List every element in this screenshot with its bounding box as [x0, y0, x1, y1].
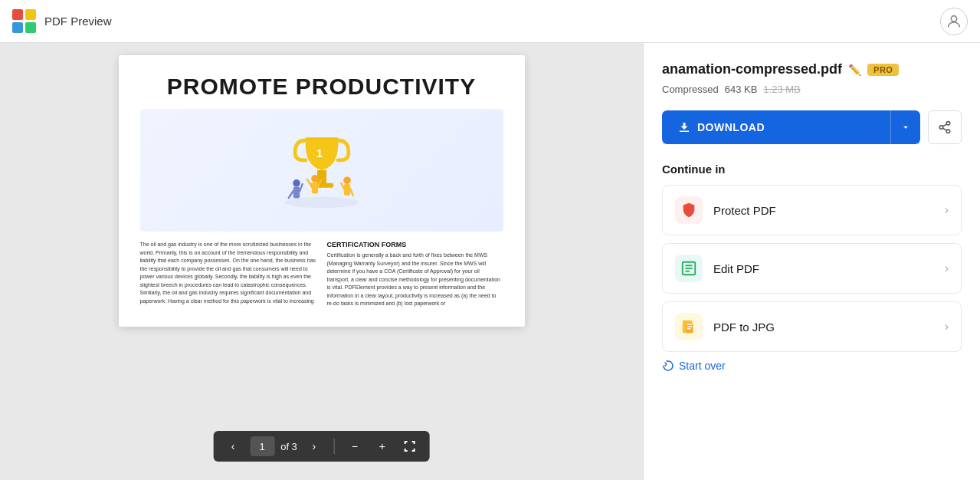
jpg-chevron-icon: › — [945, 320, 949, 334]
svg-line-8 — [288, 191, 293, 198]
header-left: PDF Preview — [12, 9, 112, 34]
header: PDF Preview — [0, 0, 980, 43]
svg-text:★ ★ ★: ★ ★ ★ — [316, 187, 330, 192]
trophy-illustration: ★ ★ ★ 1 — [140, 109, 503, 232]
pdf-body-right: Certification is generally a back and fo… — [327, 252, 503, 308]
pdf-section-title: CERTIFICATION FORMS — [327, 241, 503, 248]
share-button[interactable] — [928, 110, 962, 144]
user-avatar[interactable] — [940, 8, 968, 35]
pdf-viewer-area: PROMOTE PRODUCTIVITY ★ ★ ★ — [0, 43, 643, 480]
download-chevron-button[interactable] — [890, 110, 920, 144]
action-card-edit-left: Edit PDF — [675, 255, 759, 282]
zoom-out-button[interactable]: − — [344, 436, 365, 457]
action-card-edit[interactable]: Edit PDF › — [662, 243, 962, 294]
pdf-col-left: The oil and gas industry is one of the m… — [140, 241, 316, 308]
start-over-icon — [662, 360, 674, 372]
header-title: PDF Preview — [44, 15, 112, 28]
svg-rect-2 — [317, 170, 326, 184]
svg-text:1: 1 — [316, 147, 322, 159]
svg-point-6 — [293, 179, 300, 187]
chevron-down-icon — [900, 122, 911, 133]
edit-pdf-label: Edit PDF — [713, 262, 759, 275]
action-card-protect-left: Protect PDF — [675, 196, 776, 224]
download-label: DOWNLOAD — [697, 121, 765, 133]
svg-line-12 — [306, 179, 311, 186]
page-of-label: of 3 — [280, 441, 297, 452]
main-content: PROMOTE PRODUCTIVITY ★ ★ ★ — [0, 43, 980, 480]
download-btn-wrapper: DOWNLOAD — [662, 110, 920, 144]
svg-point-0 — [951, 15, 956, 21]
pdf-body-left: The oil and gas industry is one of the m… — [140, 241, 316, 305]
prev-page-button[interactable]: ‹ — [222, 436, 244, 457]
svg-rect-11 — [311, 182, 317, 194]
svg-line-22 — [942, 124, 946, 127]
svg-rect-15 — [343, 184, 349, 196]
protect-chevron-icon: › — [945, 203, 949, 217]
download-button[interactable]: DOWNLOAD — [662, 110, 890, 144]
action-card-protect[interactable]: Protect PDF › — [662, 185, 962, 235]
next-page-button[interactable]: › — [303, 436, 325, 457]
pdf-page: PROMOTE PRODUCTIVITY ★ ★ ★ — [119, 55, 525, 327]
avatar-icon — [946, 13, 962, 30]
file-meta: Compressed 643 KB 1.23 MB — [662, 84, 962, 95]
svg-point-1 — [285, 197, 359, 208]
svg-point-10 — [311, 175, 319, 182]
file-size: 643 KB — [725, 84, 758, 95]
sidebar: anamation-compressed.pdf ✏️ PRO Compress… — [643, 43, 980, 480]
page-number-input[interactable] — [250, 436, 274, 456]
edit-filename-icon[interactable]: ✏️ — [848, 64, 861, 76]
toolbar-divider — [334, 439, 335, 454]
pro-badge: PRO — [867, 64, 899, 76]
pdf-col-right: CERTIFICATION FORMS Certification is gen… — [327, 241, 503, 308]
svg-rect-7 — [293, 187, 299, 199]
start-over-row[interactable]: Start over — [662, 360, 962, 372]
pdf-to-jpg-icon — [675, 313, 703, 340]
zoom-in-button[interactable]: + — [372, 436, 393, 457]
pdf-to-jpg-label: PDF to JPG — [713, 321, 775, 334]
edit-pdf-icon — [675, 255, 703, 282]
svg-line-21 — [942, 128, 946, 130]
svg-point-20 — [946, 130, 950, 133]
download-row: DOWNLOAD — [662, 110, 962, 144]
pdf-content-cols: The oil and gas industry is one of the m… — [140, 241, 503, 308]
file-name-row: anamation-compressed.pdf ✏️ PRO — [662, 61, 962, 77]
share-icon — [938, 120, 952, 134]
continue-in-label: Continue in — [662, 163, 962, 176]
file-status: Compressed — [662, 84, 719, 95]
pdf-toolbar: ‹ of 3 › − + — [213, 431, 430, 462]
svg-line-9 — [300, 184, 303, 191]
action-card-jpg-left: PDF to JPG — [675, 313, 775, 340]
download-icon — [677, 120, 691, 134]
file-original-size: 1.23 MB — [763, 84, 800, 95]
fit-page-button[interactable] — [399, 436, 421, 457]
protect-pdf-icon — [675, 196, 703, 224]
protect-pdf-label: Protect PDF — [713, 204, 776, 217]
start-over-label: Start over — [679, 360, 726, 372]
svg-point-18 — [946, 122, 950, 126]
svg-line-16 — [341, 183, 344, 189]
pdf-page-title: PROMOTE PRODUCTIVITY — [140, 74, 503, 100]
svg-line-17 — [350, 189, 353, 196]
svg-point-19 — [939, 126, 943, 130]
edit-chevron-icon: › — [945, 261, 949, 275]
trophy-svg: ★ ★ ★ 1 — [276, 124, 368, 216]
action-card-jpg[interactable]: PDF to JPG › — [662, 301, 962, 352]
svg-point-14 — [343, 176, 351, 184]
file-name: anamation-compressed.pdf — [662, 61, 842, 77]
app-logo — [12, 9, 37, 34]
